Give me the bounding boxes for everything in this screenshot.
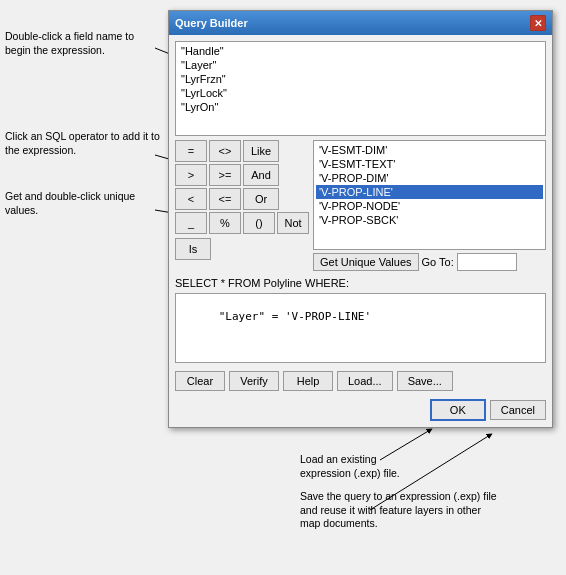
annotation-values: Get and double-click unique values. <box>5 190 160 217</box>
annotation-field: Double-click a field name to begin the e… <box>5 30 160 57</box>
fields-list[interactable]: "Handle" "Layer" "LyrFrzn" "LyrLock" "Ly… <box>175 41 546 136</box>
go-to-label: Go To: <box>422 256 454 268</box>
op-row-1: = <> Like <box>175 140 309 162</box>
field-item-lyron[interactable]: "LyrOn" <box>178 100 543 114</box>
middle-section: = <> Like > >= And < <= Or _ % () <box>175 140 546 271</box>
values-list[interactable]: 'V-ESMT-DIM' 'V-ESMT-TEXT' 'V-PROP-DIM' … <box>313 140 546 250</box>
op-row-4: _ % () Not <box>175 212 309 234</box>
load-button[interactable]: Load... <box>337 371 393 391</box>
op-parens-button[interactable]: () <box>243 212 275 234</box>
op-or-button[interactable]: Or <box>243 188 279 210</box>
op-lt-button[interactable]: < <box>175 188 207 210</box>
field-item-layer[interactable]: "Layer" <box>178 58 543 72</box>
annotation-load: Load an existing expression (.exp) file. <box>300 453 430 480</box>
clear-button[interactable]: Clear <box>175 371 225 391</box>
ok-cancel-row: OK Cancel <box>175 399 546 421</box>
sql-expression-area[interactable]: "Layer" = 'V-PROP-LINE' <box>175 293 546 363</box>
values-toolbar: Get Unique Values Go To: <box>313 253 546 271</box>
op-row-5: Is <box>175 238 309 260</box>
op-row-3: < <= Or <box>175 188 309 210</box>
sql-expression-text: "Layer" = 'V-PROP-LINE' <box>219 310 371 323</box>
op-gte-button[interactable]: >= <box>209 164 241 186</box>
query-builder-dialog: Query Builder ✕ "Handle" "Layer" "LyrFrz… <box>168 10 553 428</box>
op-eq-button[interactable]: = <box>175 140 207 162</box>
op-and-button[interactable]: And <box>243 164 279 186</box>
close-button[interactable]: ✕ <box>530 15 546 31</box>
operators-panel: = <> Like > >= And < <= Or _ % () <box>175 140 309 271</box>
op-lte-button[interactable]: <= <box>209 188 241 210</box>
field-item-lyrfrzn[interactable]: "LyrFrzn" <box>178 72 543 86</box>
op-gt-button[interactable]: > <box>175 164 207 186</box>
op-underscore-button[interactable]: _ <box>175 212 207 234</box>
help-button[interactable]: Help <box>283 371 333 391</box>
bottom-buttons: Clear Verify Help Load... Save... <box>175 371 546 391</box>
annotation-save: Save the query to an expression (.exp) f… <box>300 490 500 531</box>
op-percent-button[interactable]: % <box>209 212 241 234</box>
op-row-2: > >= And <box>175 164 309 186</box>
field-item-lyrlock[interactable]: "LyrLock" <box>178 86 543 100</box>
go-to-input[interactable] <box>457 253 517 271</box>
field-item-handle[interactable]: "Handle" <box>178 44 543 58</box>
dialog-title: Query Builder <box>175 17 248 29</box>
dialog-body: "Handle" "Layer" "LyrFrzn" "LyrLock" "Ly… <box>169 35 552 427</box>
value-item-prop-sbck[interactable]: 'V-PROP-SBCK' <box>316 213 543 227</box>
save-button[interactable]: Save... <box>397 371 453 391</box>
value-item-prop-line[interactable]: 'V-PROP-LINE' <box>316 185 543 199</box>
get-unique-values-button[interactable]: Get Unique Values <box>313 253 419 271</box>
ok-button[interactable]: OK <box>430 399 486 421</box>
op-like-button[interactable]: Like <box>243 140 279 162</box>
op-neq-button[interactable]: <> <box>209 140 241 162</box>
value-item-esmt-dim[interactable]: 'V-ESMT-DIM' <box>316 143 543 157</box>
op-not-button[interactable]: Not <box>277 212 309 234</box>
cancel-button[interactable]: Cancel <box>490 400 546 420</box>
value-item-prop-node[interactable]: 'V-PROP-NODE' <box>316 199 543 213</box>
value-item-prop-dim[interactable]: 'V-PROP-DIM' <box>316 171 543 185</box>
dialog-titlebar: Query Builder ✕ <box>169 11 552 35</box>
op-is-button[interactable]: Is <box>175 238 211 260</box>
verify-button[interactable]: Verify <box>229 371 279 391</box>
sql-label: SELECT * FROM Polyline WHERE: <box>175 277 546 289</box>
annotation-operator: Click an SQL operator to add it to the e… <box>5 130 160 157</box>
value-item-esmt-text[interactable]: 'V-ESMT-TEXT' <box>316 157 543 171</box>
values-section: 'V-ESMT-DIM' 'V-ESMT-TEXT' 'V-PROP-DIM' … <box>313 140 546 271</box>
